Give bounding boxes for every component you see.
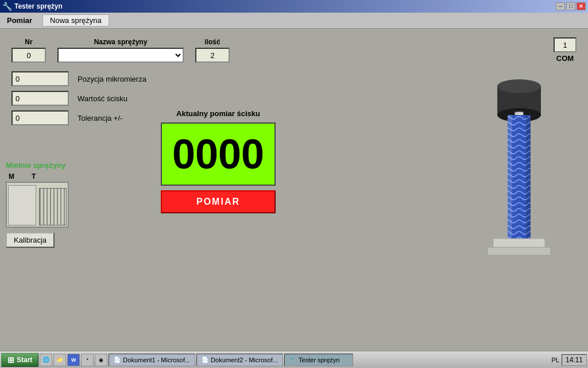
window-title: Tester sprężyn (14, 2, 63, 10)
taskbar-tester-icon: 🔧 (289, 356, 296, 363)
tolerancja-input[interactable] (11, 110, 69, 125)
bar-t (39, 188, 67, 225)
close-button[interactable]: ✕ (577, 2, 586, 10)
com-input[interactable] (554, 37, 577, 52)
taskbar: ⊞ Start 🌐 📁 W * ◉ 📄 Dokument1 - Microsof… (0, 351, 588, 368)
m-label: M (9, 172, 14, 181)
title-bar-controls: ─ □ ✕ (556, 2, 586, 10)
tolerancja-label: Tolerancja +/- (78, 114, 122, 122)
restore-button[interactable]: □ (566, 2, 575, 10)
main-content: Nr Nazwa sprężyny ilość COM Pozycja mikr… (0, 29, 588, 351)
svg-point-2 (497, 79, 541, 93)
taskbar-right: PL 14:11 (552, 354, 587, 366)
ilosc-group: ilość (195, 38, 230, 63)
start-button[interactable]: ⊞ Start (1, 353, 38, 367)
nr-group: Nr (11, 38, 46, 63)
mt-header: M T (6, 172, 69, 181)
nr-input[interactable] (11, 48, 46, 63)
svg-rect-11 (488, 247, 551, 255)
taskbar-tester[interactable]: 🔧 Tester sprężyn (284, 354, 353, 366)
pozycja-input[interactable] (11, 71, 69, 86)
ilosc-input[interactable] (195, 48, 230, 63)
aktualny-display: 0000 (161, 122, 276, 186)
mt-bars (6, 182, 69, 228)
taskbar-icon-extra1[interactable]: * (81, 354, 94, 366)
taskbar-doc1-icon: 📄 (114, 356, 121, 363)
aktualny-section: Aktualny pomiar ścisku 0000 POMIAR (161, 109, 276, 213)
taskbar-icon-browser[interactable]: 🌐 (40, 354, 52, 366)
taskbar-doc2-icon: 📄 (202, 356, 208, 363)
bar-m (8, 185, 36, 225)
wartosc-input[interactable] (11, 91, 69, 106)
pozycja-label: Pozycja mikromierza (78, 75, 146, 83)
nazwa-dropdown[interactable] (57, 48, 184, 63)
miele-label: Mielnie sprężyny (6, 161, 69, 170)
clock: 14:11 (562, 354, 587, 366)
aktualny-value: 0000 (172, 131, 264, 178)
menu-bar: Pomiar Nowa sprężyna (0, 13, 588, 29)
ilosc-label: ilość (204, 38, 220, 46)
left-bottom: Mielnie sprężyny M T Kalibracja (6, 161, 69, 248)
title-bar-left: 🔧 Tester sprężyn (2, 2, 63, 11)
menu-tag: Nowa sprężyna (42, 14, 109, 26)
spring-visual (485, 57, 554, 299)
nr-label: Nr (25, 38, 32, 46)
start-label: Start (17, 356, 32, 364)
wartosc-label: Wartość ścisku (78, 94, 127, 103)
spring-svg (482, 57, 556, 288)
svg-rect-8 (508, 115, 512, 239)
nazwa-group: Nazwa sprężyny (57, 38, 184, 63)
aktualny-label: Aktualny pomiar ścisku (176, 109, 260, 118)
pomiar-button[interactable]: POMIAR (161, 190, 276, 213)
kalibracja-button[interactable]: Kalibracja (6, 232, 55, 248)
title-bar: 🔧 Tester sprężyn ─ □ ✕ (0, 0, 588, 13)
nazwa-label: Nazwa sprężyny (94, 38, 148, 46)
com-group: COM (554, 37, 577, 63)
app-icon: 🔧 (2, 2, 12, 11)
taskbar-icon-word[interactable]: W (67, 354, 80, 366)
taskbar-doc2[interactable]: 📄 Dokument2 - Microsof... (196, 354, 283, 366)
com-label: COM (556, 54, 574, 63)
t-label: T (32, 172, 36, 181)
windows-icon: ⊞ (7, 355, 14, 365)
locale-label: PL (552, 356, 559, 363)
minimize-button[interactable]: ─ (556, 2, 565, 10)
taskbar-doc1[interactable]: 📄 Dokument1 - Microsof... (109, 354, 195, 366)
menu-pomiar[interactable]: Pomiar (2, 15, 37, 26)
taskbar-icon-extra2[interactable]: ◉ (95, 354, 107, 366)
svg-rect-9 (526, 115, 531, 239)
taskbar-icon-folder[interactable]: 📁 (53, 354, 66, 366)
